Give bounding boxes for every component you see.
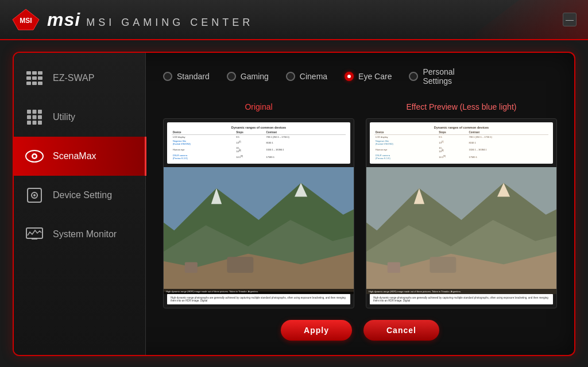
- svg-rect-8: [26, 82, 31, 85]
- system-monitor-icon: [25, 225, 44, 244]
- mode-gaming-label: Gaming: [241, 72, 269, 81]
- scenamax-icon: [25, 147, 44, 165]
- mode-gaming[interactable]: Gaming: [227, 72, 269, 81]
- svg-rect-10: [38, 82, 42, 85]
- logo-text: msi MSI GAMING CENTER: [47, 9, 253, 30]
- sidebar-item-device-setting[interactable]: Device Setting: [14, 176, 145, 215]
- svg-rect-19: [38, 121, 42, 125]
- svg-rect-12: [33, 110, 37, 114]
- sidebar: EZ-SWAP Utility: [14, 53, 146, 355]
- svg-rect-11: [27, 110, 31, 114]
- mode-standard-label: Standard: [177, 72, 210, 81]
- svg-point-25: [33, 194, 36, 196]
- original-title: Original: [163, 100, 354, 114]
- original-doc-text: High-dynamic-range photographs are gener…: [167, 294, 350, 304]
- msi-dragon-logo: MSI: [11, 8, 40, 31]
- effect-doc-text: High-dynamic-range photographs are gener…: [370, 294, 553, 304]
- original-image-container: Dynamic ranges of common devices DeviceS…: [163, 118, 354, 308]
- svg-rect-18: [33, 121, 37, 125]
- svg-rect-17: [27, 121, 31, 125]
- svg-rect-2: [26, 71, 31, 75]
- radio-eye-care[interactable]: [345, 72, 354, 81]
- sidebar-item-scenamax-label: ScenaMax: [53, 151, 96, 161]
- radio-cinema[interactable]: [286, 72, 295, 81]
- svg-text:MSI: MSI: [20, 17, 32, 25]
- svg-rect-6: [32, 76, 37, 80]
- svg-rect-9: [32, 82, 37, 85]
- main-container: EZ-SWAP Utility: [13, 52, 575, 356]
- mode-selector: Standard Gaming Cinema Eye Care Personal…: [163, 67, 557, 86]
- svg-rect-48: [366, 167, 556, 294]
- doc-title-original: Dynamic ranges of common devices: [172, 126, 346, 129]
- effect-doc: Dynamic ranges of common devices DeviceS…: [370, 122, 553, 164]
- minimize-button[interactable]: —: [563, 13, 577, 26]
- app-header: MSI msi MSI GAMING CENTER —: [0, 0, 588, 40]
- svg-rect-15: [33, 115, 37, 119]
- preview-area: Original Dynamic ranges of common device…: [163, 100, 557, 308]
- original-photo: High-dynamic-range (HDR) image made out …: [164, 167, 354, 294]
- sidebar-item-ezswap-label: EZ-SWAP: [53, 73, 94, 83]
- svg-rect-16: [38, 115, 42, 119]
- radio-personal[interactable]: [409, 72, 418, 81]
- photo-caption-effect: High-dynamic-range (HDR) image made out …: [366, 289, 556, 294]
- svg-rect-5: [26, 76, 31, 80]
- content-area: Standard Gaming Cinema Eye Care Personal…: [146, 53, 574, 355]
- sidebar-item-utility[interactable]: Utility: [14, 98, 145, 137]
- effect-panel: Effect Preview (Less blue light) Dynamic…: [366, 100, 557, 308]
- mode-eye-care[interactable]: Eye Care: [345, 72, 392, 81]
- mode-cinema-label: Cinema: [300, 72, 327, 81]
- original-doc: Dynamic ranges of common devices DeviceS…: [167, 122, 350, 164]
- radio-gaming[interactable]: [227, 72, 236, 81]
- photo-caption-original: High-dynamic-range (HDR) image made out …: [164, 289, 354, 294]
- msi-text: msi: [47, 9, 80, 30]
- svg-rect-13: [38, 110, 42, 114]
- cancel-button[interactable]: Cancel: [363, 320, 439, 341]
- svg-rect-34: [185, 262, 198, 273]
- doc-table-effect: DeviceStopsContrast LCD display9.5700:1 …: [374, 130, 548, 160]
- sidebar-item-system-monitor[interactable]: System Monitor: [14, 215, 145, 254]
- sidebar-item-device-setting-label: Device Setting: [53, 190, 112, 200]
- mode-personal-label: Personal Settings: [423, 67, 454, 86]
- mode-standard[interactable]: Standard: [163, 72, 210, 81]
- button-area: Apply Cancel: [163, 308, 557, 341]
- ezswap-icon: [25, 69, 44, 87]
- svg-rect-4: [38, 71, 42, 75]
- sidebar-item-system-monitor-label: System Monitor: [53, 229, 117, 239]
- mode-personal[interactable]: Personal Settings: [409, 67, 454, 86]
- effect-photo: High-dynamic-range (HDR) image made out …: [366, 167, 556, 294]
- svg-rect-14: [27, 115, 31, 119]
- utility-icon: [25, 108, 44, 126]
- doc-table-original: DeviceStopsContrast LCD display9.5700:1 …: [172, 130, 346, 160]
- doc-title-effect: Dynamic ranges of common devices: [374, 126, 548, 129]
- mode-eye-care-label: Eye Care: [358, 72, 392, 81]
- original-panel: Original Dynamic ranges of common device…: [163, 100, 354, 308]
- effect-image-container: Dynamic ranges of common devices DeviceS…: [366, 118, 557, 308]
- logo-area: MSI msi MSI GAMING CENTER: [11, 8, 253, 31]
- svg-rect-7: [38, 76, 42, 80]
- svg-rect-3: [32, 71, 37, 75]
- apply-button[interactable]: Apply: [281, 320, 352, 341]
- svg-point-22: [33, 155, 36, 158]
- sidebar-item-ezswap[interactable]: EZ-SWAP: [14, 59, 145, 98]
- radio-standard[interactable]: [163, 72, 172, 81]
- device-setting-icon: [25, 186, 44, 204]
- gaming-center-text: MSI GAMING CENTER: [86, 17, 253, 29]
- svg-rect-35: [227, 257, 253, 273]
- effect-title: Effect Preview (Less blue light): [366, 100, 557, 114]
- mode-cinema[interactable]: Cinema: [286, 72, 327, 81]
- sidebar-item-scenamax[interactable]: ScenaMax: [14, 137, 145, 176]
- sidebar-item-utility-label: Utility: [53, 112, 75, 122]
